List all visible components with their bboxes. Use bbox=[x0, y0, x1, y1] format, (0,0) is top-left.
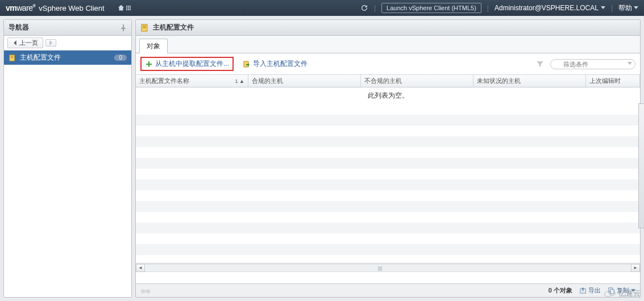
table-row bbox=[136, 244, 640, 255]
svg-point-14 bbox=[605, 291, 612, 296]
plus-icon bbox=[145, 60, 153, 68]
back-label: 上一页 bbox=[19, 39, 38, 47]
host-profile-icon bbox=[9, 54, 16, 62]
table-row bbox=[136, 212, 640, 223]
product-title: vSphere Web Client bbox=[39, 4, 104, 12]
chevron-down-icon bbox=[634, 6, 638, 10]
import-icon bbox=[243, 60, 251, 68]
table-row bbox=[136, 179, 640, 190]
vmware-logo: vmware® bbox=[6, 3, 35, 12]
table-row bbox=[136, 223, 640, 233]
navigator-body bbox=[4, 65, 131, 297]
table: 主机配置文件名称 1 ▲ 合规的主机 不合规的主机 未知状况的主机 上次编辑时 … bbox=[136, 75, 640, 283]
col-profile-name[interactable]: 主机配置文件名称 1 ▲ bbox=[136, 75, 248, 87]
refresh-icon[interactable] bbox=[360, 4, 368, 12]
find-icon[interactable] bbox=[140, 287, 151, 295]
app-header: vmware® vSphere Web Client | Launch vSph… bbox=[0, 0, 644, 16]
help-menu[interactable]: 帮助 bbox=[618, 3, 638, 13]
table-header: 主机配置文件名称 1 ▲ 合规的主机 不合规的主机 未知状况的主机 上次编辑时 bbox=[136, 75, 640, 87]
extract-profile-button[interactable]: 从主机中提取配置文件... bbox=[140, 57, 234, 71]
table-row bbox=[136, 233, 640, 244]
filter-input[interactable] bbox=[550, 59, 635, 69]
content-title: 主机配置文件 bbox=[153, 23, 194, 32]
col-compliant[interactable]: 合规的主机 bbox=[248, 75, 361, 87]
table-row bbox=[136, 126, 640, 136]
col-unknown[interactable]: 未知状况的主机 bbox=[473, 75, 586, 87]
navigator-header: 导航器 bbox=[4, 20, 131, 36]
sidebar-item-badge: 0 bbox=[114, 55, 127, 61]
watermark: 亿速云 bbox=[604, 289, 641, 299]
filter-input-wrap bbox=[550, 59, 635, 69]
svg-rect-4 bbox=[143, 26, 146, 27]
chevron-down-icon bbox=[628, 62, 632, 65]
home-icon[interactable] bbox=[117, 4, 131, 12]
extract-profile-label: 从主机中提取配置文件... bbox=[155, 59, 229, 69]
launch-html5-button[interactable]: Launch vSphere Client (HTML5) bbox=[381, 3, 481, 13]
svg-rect-10 bbox=[144, 290, 147, 292]
host-profile-icon bbox=[140, 23, 149, 32]
table-row bbox=[136, 201, 640, 212]
table-row bbox=[136, 115, 640, 126]
sort-indicator: 1 ▲ bbox=[235, 78, 244, 84]
import-profile-button[interactable]: 导入主机配置文件 bbox=[239, 57, 311, 70]
content-header: 主机配置文件 bbox=[136, 20, 640, 36]
table-row bbox=[136, 136, 640, 147]
object-count: 0 个对象 bbox=[549, 286, 572, 295]
forward-button[interactable] bbox=[45, 39, 56, 47]
header-right: | Launch vSphere Client (HTML5) | Admini… bbox=[360, 3, 638, 13]
sidebar-item-label: 主机配置文件 bbox=[20, 53, 61, 62]
content-panel: 主机配置文件 对象 从主机中提取配置文件... 导入主机配置文件 bbox=[135, 19, 641, 298]
help-label: 帮助 bbox=[618, 3, 632, 13]
user-menu[interactable]: Administrator@VSPHERE.LOCAL bbox=[495, 4, 605, 12]
col-noncompliant[interactable]: 不合规的主机 bbox=[361, 75, 473, 87]
navigator-panel: 导航器 上一页 主机配置文件 0 bbox=[3, 19, 132, 298]
filter-funnel-icon[interactable] bbox=[535, 60, 545, 69]
col-last-edit[interactable]: 上次编辑时 bbox=[586, 75, 640, 87]
table-row bbox=[136, 169, 640, 179]
pin-icon[interactable] bbox=[120, 24, 127, 31]
empty-message: 此列表为空。 bbox=[136, 87, 640, 104]
navigator-back-row: 上一页 bbox=[4, 36, 131, 51]
table-row bbox=[136, 158, 640, 169]
navigator-title: 导航器 bbox=[9, 23, 29, 32]
right-collapsed-panel[interactable] bbox=[638, 103, 644, 228]
export-label: 导出 bbox=[588, 286, 601, 295]
scroll-left-button[interactable]: ◄ bbox=[136, 264, 145, 272]
horizontal-scrollbar[interactable]: ◄ ► bbox=[136, 263, 640, 272]
sidebar-item-host-profiles[interactable]: 主机配置文件 0 bbox=[4, 51, 131, 65]
svg-rect-1 bbox=[11, 56, 14, 56]
table-body bbox=[136, 104, 640, 263]
scroll-right-button[interactable]: ► bbox=[631, 264, 640, 272]
chevron-down-icon bbox=[601, 6, 605, 10]
svg-rect-5 bbox=[143, 27, 146, 28]
import-profile-label: 导入主机配置文件 bbox=[253, 59, 308, 69]
svg-rect-2 bbox=[11, 57, 14, 58]
chevron-left-icon bbox=[13, 40, 18, 45]
export-icon bbox=[579, 287, 587, 294]
user-label: Administrator@VSPHERE.LOCAL bbox=[495, 4, 599, 12]
tab-objects[interactable]: 对象 bbox=[139, 39, 168, 53]
chevron-right-icon bbox=[48, 40, 53, 45]
toolbar: 从主机中提取配置文件... 导入主机配置文件 bbox=[136, 53, 640, 75]
table-row bbox=[136, 147, 640, 158]
table-row bbox=[136, 190, 640, 201]
scroll-track[interactable] bbox=[145, 264, 631, 272]
back-button[interactable]: 上一页 bbox=[7, 37, 43, 48]
export-button[interactable]: 导出 bbox=[579, 286, 601, 295]
content-footer: 0 个对象 导出 复制 bbox=[136, 283, 640, 297]
workspace: 导航器 上一页 主机配置文件 0 主机配置文件 对象 bbox=[0, 16, 644, 301]
tab-bar: 对象 bbox=[136, 36, 640, 53]
svg-point-15 bbox=[609, 291, 615, 295]
table-row bbox=[136, 104, 640, 115]
